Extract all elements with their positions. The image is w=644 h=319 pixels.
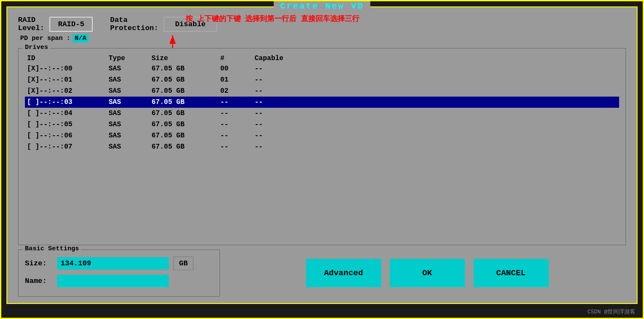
cancel-button[interactable]: CANCEL bbox=[474, 259, 549, 287]
cell-1: SAS bbox=[109, 143, 152, 151]
cell-2: 67.05 GB bbox=[152, 87, 220, 95]
name-row: Name: bbox=[25, 275, 213, 287]
cell-3: -- bbox=[220, 132, 255, 140]
pd-per-span-label: PD per span : bbox=[20, 35, 70, 42]
cell-4: -- bbox=[255, 109, 306, 117]
cell-1: SAS bbox=[109, 121, 152, 128]
raid-label-row: RAID Level: RAID-5 bbox=[18, 16, 93, 32]
cell-1: SAS bbox=[109, 76, 152, 84]
cell-4: -- bbox=[255, 87, 306, 95]
cell-4: -- bbox=[255, 143, 306, 151]
cell-0: [ ]--:--:04 bbox=[27, 109, 109, 117]
size-label: Size: bbox=[25, 259, 53, 267]
raid-label-line2: Level: bbox=[18, 24, 44, 32]
col-id: ID bbox=[27, 55, 109, 62]
cell-0: [ ]--:--:05 bbox=[27, 121, 109, 128]
pd-per-span-row: PD per span : N/A bbox=[20, 34, 626, 43]
pd-per-span-value: N/A bbox=[73, 34, 88, 43]
cell-2: 67.05 GB bbox=[152, 109, 220, 117]
cell-1: SAS bbox=[109, 65, 152, 73]
table-row[interactable]: [ ]--:--:07SAS67.05 GB---- bbox=[25, 141, 619, 152]
cell-1: SAS bbox=[109, 109, 152, 117]
action-buttons: Advanced OK CANCEL bbox=[228, 249, 626, 297]
cell-0: [X]--:--:02 bbox=[27, 87, 109, 95]
drives-table-header: ID Type Size # Capable bbox=[25, 54, 619, 63]
cell-4: -- bbox=[255, 76, 306, 84]
cell-2: 67.05 GB bbox=[152, 132, 220, 140]
cell-0: [X]--:--:01 bbox=[27, 76, 109, 84]
cell-3: 00 bbox=[220, 65, 255, 73]
cell-3: -- bbox=[220, 143, 255, 151]
table-row[interactable]: [ ]--:--:04SAS67.05 GB---- bbox=[25, 108, 619, 119]
table-row[interactable]: [X]--:--:00SAS67.05 GB00-- bbox=[25, 63, 619, 74]
bottom-section: Basic Settings Size: GB Name: bbox=[18, 249, 626, 297]
cell-1: SAS bbox=[109, 87, 152, 95]
table-row[interactable]: [X]--:--:01SAS67.05 GB01-- bbox=[25, 74, 619, 85]
cell-2: 67.05 GB bbox=[152, 143, 220, 151]
cell-0: [ ]--:--:03 bbox=[27, 98, 109, 106]
cell-4: -- bbox=[255, 121, 306, 128]
watermark: CSDN @世间浮游客 bbox=[587, 308, 635, 316]
table-row[interactable]: [X]--:--:02SAS67.05 GB02-- bbox=[25, 85, 619, 97]
data-prot-label: Data Protection: bbox=[110, 16, 158, 32]
cell-3: -- bbox=[220, 98, 255, 106]
raid-label-line1: RAID bbox=[18, 16, 44, 24]
annotation-text: 按 上下键的下键 选择到第一行后 直接回车选择三行 bbox=[185, 14, 359, 24]
cell-2: 67.05 GB bbox=[152, 76, 220, 84]
cell-1: SAS bbox=[109, 132, 152, 140]
drives-table: ID Type Size # Capable [X]--:--:00SAS67.… bbox=[18, 54, 626, 245]
cell-3: -- bbox=[220, 121, 255, 128]
table-row[interactable]: [ ]--:--:06SAS67.05 GB---- bbox=[25, 130, 619, 141]
table-row[interactable]: [ ]--:--:05SAS67.05 GB---- bbox=[25, 119, 619, 130]
cell-4: -- bbox=[255, 98, 306, 106]
col-size: Size bbox=[152, 55, 220, 62]
ok-button[interactable]: OK bbox=[390, 259, 465, 287]
cell-4: -- bbox=[255, 132, 306, 140]
size-input[interactable] bbox=[57, 257, 169, 270]
dialog-box: Create New VD RAID Level: RAID-5 bbox=[6, 6, 638, 304]
basic-settings-title: Basic Settings bbox=[23, 245, 81, 252]
raid-level-section: RAID Level: RAID-5 bbox=[18, 16, 93, 32]
col-num: # bbox=[220, 55, 255, 62]
drives-rows-container: [X]--:--:00SAS67.05 GB00--[X]--:--:01SAS… bbox=[25, 63, 619, 152]
cell-2: 67.05 GB bbox=[152, 98, 220, 106]
cell-3: 02 bbox=[220, 87, 255, 95]
raid-value-box[interactable]: RAID-5 bbox=[49, 17, 93, 32]
name-input[interactable] bbox=[57, 275, 169, 287]
cell-4: -- bbox=[255, 65, 306, 73]
col-capable: Capable bbox=[255, 55, 306, 62]
dialog-title: Create New VD bbox=[273, 1, 370, 11]
cell-2: 67.05 GB bbox=[152, 121, 220, 128]
drives-section-title: Drives bbox=[23, 44, 50, 51]
data-prot-label-line2: Protection: bbox=[110, 24, 158, 32]
advanced-button[interactable]: Advanced bbox=[306, 259, 381, 287]
gb-button[interactable]: GB bbox=[173, 256, 194, 270]
cell-0: [X]--:--:00 bbox=[27, 65, 109, 73]
raid-label: RAID Level: bbox=[18, 16, 44, 32]
cell-0: [ ]--:--:06 bbox=[27, 132, 109, 140]
data-prot-label-line1: Data bbox=[110, 16, 158, 24]
title-text: Create New VD bbox=[280, 1, 364, 11]
cell-2: 67.05 GB bbox=[152, 65, 220, 73]
cell-1: SAS bbox=[109, 98, 152, 106]
basic-settings-box: Basic Settings Size: GB Name: bbox=[18, 249, 220, 297]
drives-section: Drives ID Type Size # Capable [X]--:--:0… bbox=[18, 48, 626, 245]
table-row[interactable]: [ ]--:--:03SAS67.05 GB---- bbox=[25, 97, 619, 108]
size-row: Size: GB bbox=[25, 256, 213, 270]
name-label: Name: bbox=[25, 277, 53, 285]
col-type: Type bbox=[109, 55, 152, 62]
cell-0: [ ]--:--:07 bbox=[27, 143, 109, 151]
cell-3: -- bbox=[220, 109, 255, 117]
cell-3: 01 bbox=[220, 76, 255, 84]
